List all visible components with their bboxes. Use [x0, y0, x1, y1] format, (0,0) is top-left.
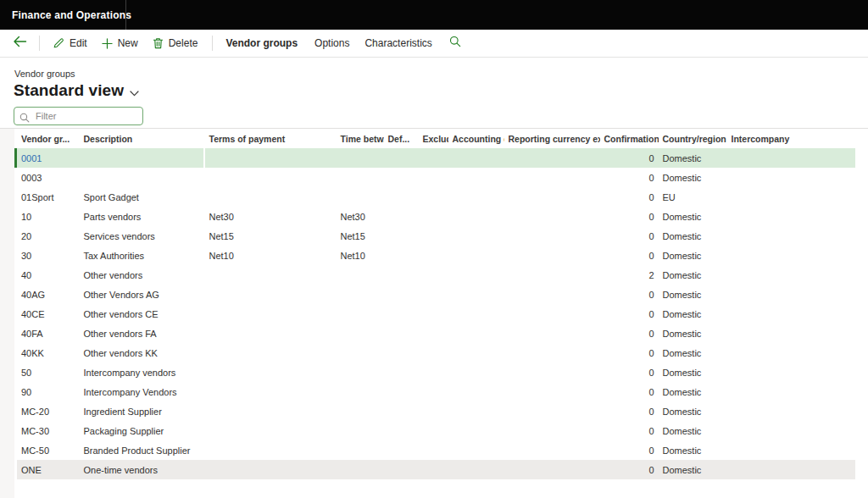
- app-bar: Finance and Operations: [0, 0, 868, 30]
- grid-body: 00010Domestic00030Domestic01SportSport G…: [16, 148, 855, 479]
- cell-description: Sport Gadget: [80, 187, 205, 207]
- table-row[interactable]: 40Other vendors2Domestic: [16, 265, 855, 285]
- cell-description: Services vendors: [80, 226, 205, 246]
- cell-group[interactable]: 50: [16, 362, 80, 382]
- column-header-description[interactable]: Description: [80, 129, 205, 148]
- column-header-time[interactable]: Time betw...: [337, 129, 384, 148]
- tab-options[interactable]: Options: [314, 37, 349, 49]
- cell-time: Net30: [337, 207, 384, 226]
- cell-reporting: [504, 324, 600, 343]
- column-header-intercompany[interactable]: Intercompany: [727, 129, 855, 148]
- cell-terms: Net30: [205, 207, 337, 226]
- cell-time: [337, 343, 384, 362]
- cell-def: [384, 187, 419, 207]
- cell-confirmation: 0: [600, 401, 659, 421]
- table-row[interactable]: 30Tax AuthoritiesNet10Net100Domestic: [16, 246, 855, 265]
- table-row[interactable]: 00010Domestic: [16, 148, 855, 168]
- cell-group[interactable]: MC-30: [16, 421, 80, 440]
- column-label: Terms of payment: [209, 134, 286, 144]
- cell-confirmation: 0: [600, 421, 659, 440]
- column-header-terms[interactable]: Terms of payment: [205, 129, 337, 148]
- cell-group[interactable]: 40AG: [16, 285, 80, 304]
- cell-confirmation: 0: [600, 246, 659, 265]
- table-row[interactable]: MC-20Ingredient Supplier0Domestic: [16, 401, 855, 421]
- cell-terms: [205, 343, 337, 362]
- cell-group[interactable]: 90: [16, 382, 80, 401]
- cell-intercompany: [727, 207, 855, 226]
- cell-accounting: [448, 226, 504, 246]
- cell-group[interactable]: MC-50: [16, 440, 80, 460]
- table-row[interactable]: MC-30Packaging Supplier0Domestic: [16, 421, 855, 440]
- cell-group[interactable]: 40: [16, 265, 80, 285]
- cell-group[interactable]: 20: [16, 226, 80, 246]
- cell-confirmation: 0: [600, 148, 659, 168]
- cell-group[interactable]: 40KK: [16, 343, 80, 362]
- table-row[interactable]: 40CEOther vendors CE0Domestic: [16, 304, 855, 324]
- cell-group[interactable]: 40CE: [16, 304, 80, 324]
- column-label: Confirmation r...: [604, 134, 659, 144]
- cell-intercompany: [727, 324, 855, 343]
- cell-group[interactable]: MC-20: [16, 401, 80, 421]
- back-button[interactable]: [13, 36, 27, 51]
- table-row[interactable]: 20Services vendorsNet15Net150Domestic: [16, 226, 855, 246]
- new-button[interactable]: New: [102, 37, 138, 49]
- edit-button[interactable]: Edit: [53, 37, 87, 49]
- action-toolbar: Edit New Delete Vendor groups Options Ch…: [0, 30, 868, 58]
- cell-exclude: [419, 207, 448, 226]
- column-header-accounting[interactable]: Accounting cu...: [448, 129, 504, 148]
- cell-exclude: [419, 265, 448, 285]
- cell-exclude: [419, 401, 448, 421]
- cell-intercompany: [727, 343, 855, 362]
- cell-country: Domestic: [659, 401, 727, 421]
- cell-terms: Net15: [205, 226, 337, 246]
- cell-accounting: [448, 265, 504, 285]
- view-selector-button[interactable]: [130, 85, 139, 100]
- pencil-icon: [53, 37, 64, 49]
- cell-accounting: [448, 343, 504, 362]
- cell-confirmation: 2: [600, 265, 659, 285]
- chevron-down-icon: [130, 85, 139, 100]
- column-header-confirmation[interactable]: Confirmation r...: [600, 129, 659, 148]
- column-header-group[interactable]: Vendor gr...↑: [16, 129, 80, 148]
- cell-group[interactable]: 40FA: [16, 324, 80, 343]
- cell-time: [337, 460, 384, 479]
- column-label: Country/region t...: [663, 134, 727, 144]
- column-header-def[interactable]: Def...: [384, 129, 419, 148]
- column-header-country[interactable]: Country/region t...: [659, 129, 727, 148]
- edit-label: Edit: [70, 37, 87, 49]
- cell-accounting: [448, 148, 504, 168]
- cell-description: Other vendors KK: [80, 343, 205, 362]
- cell-def: [384, 401, 419, 421]
- column-header-exclude[interactable]: Exclude ...: [419, 129, 448, 148]
- table-row[interactable]: 50Intercompany vendors0Domestic: [16, 362, 855, 382]
- cell-time: [337, 382, 384, 401]
- cell-group[interactable]: 01Sport: [16, 187, 80, 207]
- cell-group[interactable]: 10: [16, 207, 80, 226]
- cell-confirmation: 0: [600, 304, 659, 324]
- cell-group[interactable]: 0003: [16, 168, 80, 187]
- table-row[interactable]: 01SportSport Gadget0EU: [16, 187, 855, 207]
- table-row[interactable]: MC-50Branded Product Supplier0Domestic: [16, 440, 855, 460]
- column-header-reporting[interactable]: Reporting currency excha...: [504, 129, 600, 148]
- delete-button[interactable]: Delete: [153, 37, 198, 49]
- table-row[interactable]: 40AGOther Vendors AG0Domestic: [16, 285, 855, 304]
- cell-group[interactable]: 0001: [16, 148, 80, 168]
- column-label: Vendor gr...: [21, 134, 70, 144]
- table-row[interactable]: 90Intercompany Vendors0Domestic: [16, 382, 855, 401]
- table-row[interactable]: 40KKOther vendors KK0Domestic: [16, 343, 855, 362]
- table-row[interactable]: 10Parts vendorsNet30Net300Domestic: [16, 207, 855, 226]
- cell-country: Domestic: [659, 343, 727, 362]
- cell-confirmation: 0: [600, 460, 659, 479]
- table-row[interactable]: 40FAOther vendors FA0Domestic: [16, 324, 855, 343]
- arrow-left-icon: [13, 36, 27, 51]
- cell-time: [337, 304, 384, 324]
- cell-time: [337, 285, 384, 304]
- filter-input[interactable]: [14, 107, 143, 125]
- table-row[interactable]: 00030Domestic: [16, 168, 855, 187]
- tab-vendor-groups[interactable]: Vendor groups: [225, 37, 298, 49]
- table-row[interactable]: ONEOne-time vendors0Domestic: [16, 460, 855, 479]
- cell-group[interactable]: 30: [16, 246, 80, 265]
- toolbar-search-button[interactable]: [449, 36, 461, 51]
- tab-characteristics[interactable]: Characteristics: [364, 37, 431, 49]
- cell-group[interactable]: ONE: [16, 460, 80, 479]
